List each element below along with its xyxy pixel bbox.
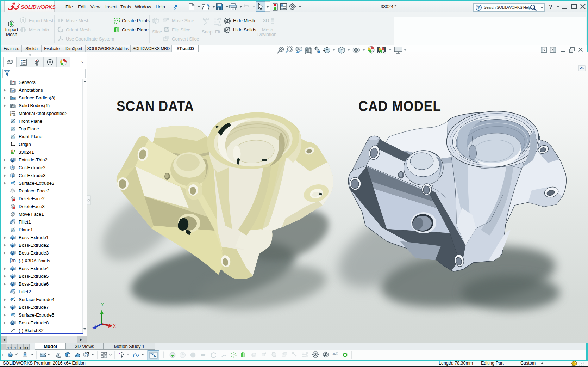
svg-text:3D: 3D	[332, 352, 337, 355]
svg-text:?: ?	[477, 5, 480, 10]
svg-text:CAD MODEL: CAD MODEL	[358, 97, 441, 114]
svg-text:A: A	[318, 50, 320, 54]
svg-text:A: A	[12, 89, 14, 92]
svg-text:Z: Z	[92, 326, 95, 331]
svg-text:SCAN DATA: SCAN DATA	[117, 97, 194, 114]
svg-text:Y: Y	[101, 302, 104, 307]
svg-text:3D: 3D	[11, 259, 16, 263]
svg-text:X: X	[113, 324, 116, 328]
